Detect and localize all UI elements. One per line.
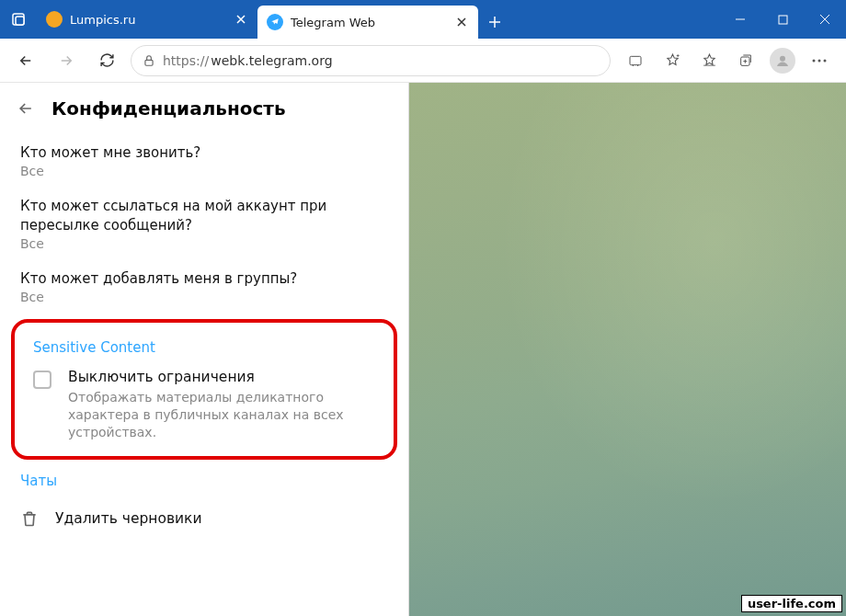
tab-label: Telegram Web [291,16,447,29]
favorites-star-button[interactable] [655,44,690,77]
svg-point-9 [824,59,827,62]
profile-button[interactable] [765,44,800,77]
toggle-label: Выключить ограничения [68,369,375,385]
panel-back-button[interactable] [17,99,35,118]
checkbox[interactable] [33,371,51,389]
forward-button[interactable] [50,44,83,77]
privacy-item-groups[interactable]: Кто может добавлять меня в группы? Все [0,260,408,314]
minimize-button[interactable] [719,0,761,39]
privacy-question: Кто может добавлять меня в группы? [20,269,388,288]
close-tab-button[interactable] [454,15,469,29]
tab-telegram[interactable]: Telegram Web [257,6,478,39]
svg-rect-4 [630,56,641,64]
favorites-bar-button[interactable] [692,44,726,77]
close-window-button[interactable] [804,0,846,39]
collections-button[interactable] [728,44,763,77]
new-tab-button[interactable] [478,6,511,39]
privacy-question: Кто может мне звонить? [20,143,388,162]
privacy-value: Все [20,290,388,304]
content: Конфиденциальность Кто может мне звонить… [0,83,846,616]
maximize-button[interactable] [761,0,804,39]
sensitive-toggle-row[interactable]: Выключить ограничения Отображать материа… [24,363,384,441]
privacy-question: Кто может ссылаться на мой аккаунт при п… [20,197,388,234]
privacy-value: Все [20,164,388,178]
highlight-box: Sensitive Content Выключить ограничения … [11,319,397,460]
svg-point-7 [813,59,816,62]
svg-rect-3 [145,60,153,65]
back-button[interactable] [9,44,42,77]
svg-point-6 [780,55,785,61]
section-sensitive-title: Sensitive Content [24,332,384,363]
tab-overview-button[interactable] [0,0,37,39]
panel-header: Конфиденциальность [0,83,408,134]
window-controls [719,0,846,39]
url-scheme: https:// [163,53,209,68]
favicon-lumpics [46,11,63,28]
avatar-icon [770,48,795,74]
privacy-value: Все [20,236,388,251]
url-input[interactable]: https://webk.telegram.org [131,45,611,76]
privacy-item-calls[interactable]: Кто может мне звонить? Все [0,134,408,188]
svg-rect-1 [16,17,24,25]
settings-panel: Конфиденциальность Кто может мне звонить… [0,83,409,616]
title-bar: Lumpics.ru Telegram Web [0,0,846,39]
extensions-button[interactable] [618,44,653,77]
lock-icon [143,54,155,67]
trash-icon [20,509,39,528]
url-host: webk.telegram.org [211,53,332,68]
panel-title: Конфиденциальность [51,97,286,120]
refresh-button[interactable] [90,44,123,77]
privacy-item-forward[interactable]: Кто может ссылаться на мой аккаунт при п… [0,188,408,260]
close-tab-button[interactable] [234,12,248,27]
address-bar: https://webk.telegram.org [0,39,846,83]
tab-lumpics[interactable]: Lumpics.ru [37,0,257,39]
svg-rect-2 [779,16,787,24]
chat-background [409,83,846,616]
favicon-telegram [267,14,283,30]
delete-drafts-row[interactable]: Удалить черновики [0,496,408,541]
svg-point-8 [818,59,821,62]
section-chats-title: Чаты [0,465,408,496]
watermark: user-life.com [741,595,842,612]
delete-drafts-label: Удалить черновики [55,510,202,527]
toggle-desc: Отображать материалы деликатного характе… [68,389,375,441]
more-button[interactable] [802,44,837,77]
tab-label: Lumpics.ru [70,13,226,27]
